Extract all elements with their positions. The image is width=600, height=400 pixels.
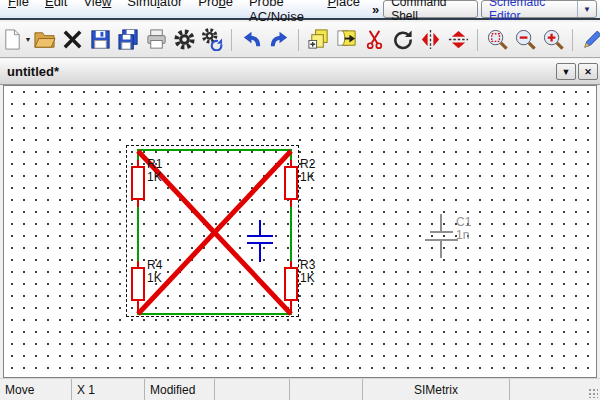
- r3-value[interactable]: 1K: [300, 272, 315, 285]
- paste-button[interactable]: [333, 25, 359, 55]
- rotate-button[interactable]: [389, 25, 415, 55]
- statusbar: Move X 1 Modified SIMetrix: [0, 378, 600, 400]
- resistor-r4[interactable]: [131, 267, 145, 301]
- command-shell-label: Command Shell: [391, 0, 470, 23]
- rotate-icon: [391, 28, 414, 51]
- open-folder-icon: [33, 28, 56, 51]
- flip-vertical-button[interactable]: [445, 25, 471, 55]
- save-all-icon: [117, 28, 140, 51]
- gear-run-button[interactable]: [199, 25, 225, 55]
- flip-vertical-icon: [447, 28, 470, 51]
- status-state: Modified: [145, 379, 215, 400]
- resistor-r3[interactable]: [284, 267, 298, 301]
- save-icon: [89, 28, 112, 51]
- cross-wires: [4, 86, 596, 377]
- r3-lead2: [290, 301, 292, 313]
- status-mode: Move: [0, 379, 72, 400]
- redo-icon: [268, 28, 291, 51]
- status-empty-3: [510, 379, 600, 400]
- gear-icon: [173, 28, 196, 51]
- editor-selector-label: Schematic Editor: [489, 0, 571, 23]
- capacitor-c1-ghost[interactable]: [424, 212, 460, 260]
- resistor-r2[interactable]: [284, 166, 298, 200]
- flip-horizontal-icon: [419, 28, 442, 51]
- menubar: FileEditViewSimulatorProbeProbe AC/Noise…: [0, 0, 600, 20]
- undo-icon: [240, 28, 263, 51]
- close-button[interactable]: [59, 25, 85, 55]
- zoom-in-icon: [542, 28, 565, 51]
- pencil-button[interactable]: [579, 25, 600, 55]
- window-restore-button[interactable]: ▼: [556, 63, 576, 80]
- chevron-down-icon[interactable]: ▼: [577, 1, 596, 17]
- resistor-r1[interactable]: [131, 166, 145, 200]
- toolbar-separator: [568, 27, 577, 53]
- copy-icon: [307, 28, 330, 51]
- copy-button[interactable]: [305, 25, 331, 55]
- r4-lead2: [137, 301, 139, 313]
- gear-button[interactable]: [171, 25, 197, 55]
- menubar-overflow-chevron[interactable]: »: [368, 2, 383, 17]
- paste-icon: [335, 28, 358, 51]
- toolbar-separator: [227, 27, 236, 53]
- open-folder-button[interactable]: [31, 25, 57, 55]
- toolbar-separator: [473, 27, 482, 53]
- r1-value[interactable]: 1K: [147, 171, 162, 184]
- save-button[interactable]: [87, 25, 113, 55]
- flip-horizontal-button[interactable]: [417, 25, 443, 55]
- document-title: untitled*: [7, 64, 59, 79]
- resize-grip[interactable]: [588, 388, 598, 398]
- gear-run-icon: [201, 28, 224, 51]
- save-all-button[interactable]: [115, 25, 141, 55]
- zoom-in-button[interactable]: [540, 25, 566, 55]
- cut-icon: [363, 28, 386, 51]
- print-button[interactable]: [143, 25, 169, 55]
- zoom-out-icon: [514, 28, 537, 51]
- status-scale: X 1: [72, 379, 145, 400]
- zoom-area-icon: [486, 28, 509, 51]
- command-shell-button[interactable]: Command Shell: [383, 0, 478, 18]
- new-document-button[interactable]: ▼: [3, 25, 29, 55]
- toolbar: ▼ »: [0, 22, 600, 58]
- redo-button[interactable]: [266, 25, 292, 55]
- cut-button[interactable]: [361, 25, 387, 55]
- new-document-icon: [1, 28, 24, 51]
- status-empty-1: [215, 379, 290, 400]
- r1-lead2: [137, 200, 139, 207]
- document-titlebar: untitled* ▼ ✕: [0, 59, 600, 85]
- r4-value[interactable]: 1K: [147, 272, 162, 285]
- status-app: SIMetrix: [363, 379, 510, 400]
- c1-value[interactable]: 1n: [456, 229, 469, 242]
- toolbar-items: ▼: [3, 25, 600, 55]
- undo-button[interactable]: [238, 25, 264, 55]
- window-close-button[interactable]: ✕: [578, 63, 598, 80]
- r2-lead2: [290, 200, 292, 207]
- schematic-canvas[interactable]: R1 1K R2 1K R4 1K R3 1K C1 1n: [3, 85, 597, 378]
- capacitor-selected[interactable]: [246, 220, 276, 262]
- toolbar-separator: [294, 27, 303, 53]
- zoom-out-button[interactable]: [512, 25, 538, 55]
- editor-selector-dropdown[interactable]: Schematic Editor ▼: [481, 0, 597, 18]
- pencil-icon: [581, 28, 600, 51]
- close-icon: [61, 28, 84, 51]
- print-icon: [145, 28, 168, 51]
- r2-value[interactable]: 1K: [300, 171, 315, 184]
- zoom-area-button[interactable]: [484, 25, 510, 55]
- status-empty-2: [290, 379, 363, 400]
